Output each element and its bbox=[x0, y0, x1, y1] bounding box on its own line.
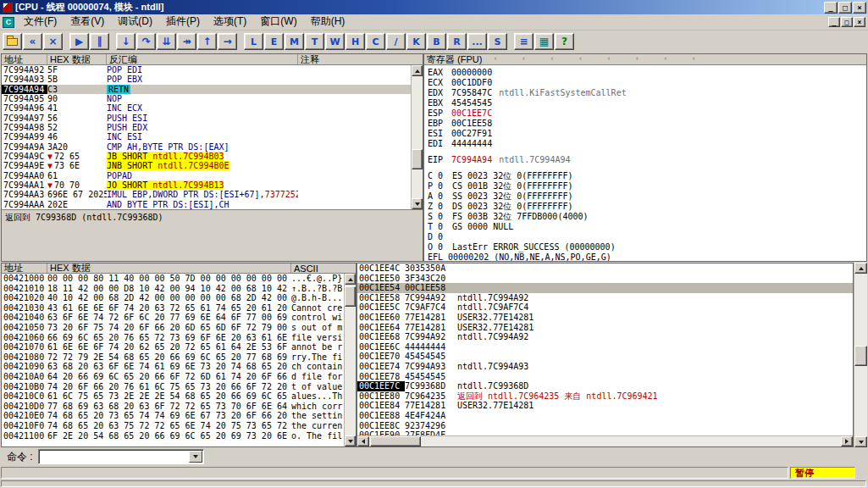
mdi-minimize-button[interactable]: _ bbox=[828, 17, 840, 27]
scroll-thumb[interactable] bbox=[412, 149, 423, 169]
stack-row[interactable]: 00C1EE7845454545 bbox=[357, 372, 853, 382]
flag-row[interactable]: T0GS 0000 NULL bbox=[428, 222, 866, 232]
close-process-button[interactable]: × bbox=[43, 33, 63, 50]
view-threads-button[interactable]: T bbox=[305, 33, 324, 50]
maximize-button[interactable]: □ bbox=[838, 2, 852, 14]
scroll-right-icon[interactable] bbox=[841, 436, 853, 446]
register-row[interactable]: ESI00C27F91 bbox=[428, 129, 866, 139]
step-into-button[interactable]: ↓ bbox=[116, 33, 135, 50]
dump-row[interactable]: 004210D077 68 69 63 68 20 63 6F 72 72 65… bbox=[2, 402, 344, 412]
open-file-button[interactable] bbox=[3, 33, 22, 50]
register-row[interactable]: EAX00000000 bbox=[428, 68, 866, 78]
execute-till-return-button[interactable]: ↑ bbox=[197, 33, 217, 50]
flag-row[interactable]: S0FS 003B 32位 7FFDB000(4000) bbox=[428, 212, 866, 222]
stack-row[interactable]: 00C1EE6477E14281USER32.77E14281 bbox=[357, 323, 853, 333]
stack-row[interactable]: 00C1EE6C44444444 bbox=[357, 342, 853, 352]
menu-item-view[interactable]: 查看(V) bbox=[64, 13, 111, 31]
dump-row[interactable]: 0042106066 69 6C 65 20 76 65 72 73 69 6F… bbox=[2, 333, 344, 343]
view-run-trace-button[interactable]: ... bbox=[467, 33, 487, 50]
dump-scrollbar[interactable] bbox=[344, 274, 356, 446]
menu-item-debug[interactable]: 调试(D) bbox=[111, 13, 159, 31]
register-row[interactable]: EBX45454545 bbox=[428, 98, 866, 108]
scroll-up-icon[interactable] bbox=[345, 274, 356, 285]
run-button[interactable]: ▶ bbox=[69, 33, 89, 50]
stack-row[interactable]: 00C1EE503F343C20 bbox=[357, 274, 853, 284]
view-source-button[interactable]: S bbox=[488, 33, 507, 50]
dump-row[interactable]: 004210C061 6C 75 65 73 2E 2E 2E 54 68 65… bbox=[2, 391, 344, 402]
view-call-stack-button[interactable]: K bbox=[406, 33, 426, 50]
menu-item-window[interactable]: 窗口(W) bbox=[253, 13, 303, 31]
flag-row[interactable]: Z0DS 0023 32位 0(FFFFFFFF) bbox=[428, 202, 866, 212]
dump-row[interactable]: 0042103043 61 6E 6E 6F 74 20 63 72 65 61… bbox=[2, 303, 344, 313]
command-input[interactable] bbox=[41, 452, 187, 462]
close-button[interactable]: × bbox=[853, 2, 866, 14]
scroll-down-icon[interactable] bbox=[854, 436, 867, 447]
dump-row[interactable]: 0042108072 72 79 2E 54 68 65 20 66 69 6C… bbox=[2, 352, 344, 363]
disasm-row[interactable]: 7C994A94C3RETN bbox=[2, 85, 411, 94]
dump-row[interactable]: 004210F074 68 65 20 63 75 72 72 65 6E 74… bbox=[2, 421, 344, 431]
disasm-row[interactable]: 7C994AAA202EAND BYTE PTR DS:[ESI],CH bbox=[2, 200, 411, 209]
disasm-row[interactable]: 7C994AA3696E 67 20257773IMUL EBP,DWORD P… bbox=[2, 190, 411, 199]
stack-row[interactable]: 00C1EE5400C1EE58 bbox=[357, 283, 853, 293]
stack-row[interactable]: 00C1EE7C7C99368Dntdll.7C99368D bbox=[357, 381, 853, 391]
view-executables-button[interactable]: E bbox=[264, 33, 284, 50]
disasm-row[interactable]: 7C994AA061POPAD bbox=[2, 171, 411, 180]
animate-into-button[interactable]: ⇊ bbox=[157, 33, 176, 50]
mdi-restore-button[interactable]: □ bbox=[841, 17, 853, 27]
dump-row[interactable]: 0042101018 11 42 00 00 D8 10 42 00 94 10… bbox=[2, 284, 344, 294]
disasm-row[interactable]: 7C994A9E▼73 6EJNB SHORT ntdll.7C994B0E bbox=[2, 161, 411, 170]
dump-row[interactable]: 0042105073 20 6F 75 74 20 6F 66 20 6D 65… bbox=[2, 323, 344, 333]
view-windows-button[interactable]: W bbox=[325, 33, 345, 50]
disasm-row[interactable]: 7C994A9756PUSH ESI bbox=[2, 114, 411, 123]
view-breakpoints-button[interactable]: B bbox=[427, 33, 446, 50]
register-row[interactable]: EDX7C95847Cntdll.KiFastSystemCallRet bbox=[428, 88, 866, 98]
scroll-thumb[interactable] bbox=[854, 346, 867, 366]
disasm-row[interactable]: 7C994A9852PUSH EDX bbox=[2, 123, 411, 132]
dump-row[interactable]: 0042100000 00 00 80 11 40 00 00 50 7D 00… bbox=[2, 274, 344, 284]
stack-row[interactable]: 00C1EE7045454545 bbox=[357, 352, 853, 362]
flag-row[interactable]: D0 bbox=[428, 232, 866, 242]
view-cpu-button[interactable]: C bbox=[366, 33, 385, 50]
stack-row[interactable]: 00C1EE8477E14281USER32.77E14281 bbox=[357, 401, 853, 411]
dump-row[interactable]: 0042109063 68 20 63 6F 6E 74 61 69 6E 73… bbox=[2, 362, 344, 372]
dump-row[interactable]: 004210E074 68 65 20 73 65 74 74 69 6E 67… bbox=[2, 411, 344, 421]
register-row[interactable]: EDI44444444 bbox=[428, 139, 866, 149]
menu-item-help[interactable]: 帮助(H) bbox=[304, 13, 352, 31]
disasm-row[interactable]: 7C994A925FPOP EDI bbox=[2, 65, 411, 75]
pause-button[interactable]: ‖ bbox=[90, 33, 109, 50]
flag-row[interactable]: P0CS 001B 32位 0(FFFFFFFF) bbox=[428, 181, 866, 191]
go-to-button[interactable]: → bbox=[218, 33, 237, 50]
disassembly-scrollbar[interactable] bbox=[411, 65, 423, 209]
disasm-row[interactable]: 7C994A9A3A20CMP AH,BYTE PTR DS:[EAX] bbox=[2, 142, 411, 152]
dump-row[interactable]: 0042102040 10 42 00 68 2D 42 00 00 00 00… bbox=[2, 293, 344, 303]
dump-row[interactable]: 0042107061 6E 6E 6F 74 20 62 65 20 72 65… bbox=[2, 342, 344, 352]
view-references-button[interactable]: R bbox=[447, 33, 467, 50]
disasm-row[interactable]: 7C994AA1▼70 70JO SHORT ntdll.7C994B13 bbox=[2, 180, 411, 190]
stack-row[interactable]: 00C1EE884E4F424A bbox=[357, 411, 853, 421]
menu-item-plugins[interactable]: 插件(P) bbox=[159, 13, 207, 31]
view-handles-button[interactable]: H bbox=[346, 33, 365, 50]
dump-row[interactable]: 004211006F 2E 20 54 68 65 20 66 69 6C 65… bbox=[2, 431, 344, 441]
disasm-row[interactable]: 7C994A9641INC ECX bbox=[2, 103, 411, 113]
stack-row[interactable]: 00C1EE747C994A93ntdll.7C994A93 bbox=[357, 362, 853, 372]
minimize-button[interactable]: _ bbox=[824, 2, 838, 14]
help-contents-button[interactable]: ? bbox=[555, 33, 574, 50]
stack-horizontal-scrollbar[interactable] bbox=[357, 435, 853, 446]
stack-row[interactable]: 00C1EE587C994A92ntdll.7C994A92 bbox=[357, 293, 853, 303]
register-row[interactable]: ESP00C1EE7C bbox=[428, 108, 866, 119]
flag-row[interactable]: O0LastErr ERROR_SUCCESS (00000000) bbox=[428, 242, 866, 252]
cpu-window-icon[interactable]: C bbox=[3, 17, 14, 28]
view-memory-button[interactable]: M bbox=[285, 33, 304, 50]
flag-row[interactable]: C0ES 0023 32位 0(FFFFFFFF) bbox=[428, 171, 866, 181]
scroll-down-icon[interactable] bbox=[345, 435, 356, 446]
view-log-button[interactable]: L bbox=[244, 33, 263, 50]
scroll-thumb[interactable] bbox=[370, 436, 421, 446]
view-patches-button[interactable]: / bbox=[386, 33, 406, 50]
menu-item-file[interactable]: 文件(F) bbox=[17, 13, 64, 31]
stack-row[interactable]: 00C1EE6077E14281USER32.77E14281 bbox=[357, 313, 853, 323]
stack-row[interactable]: 00C1EE8C92374296 bbox=[357, 421, 853, 431]
scroll-up-icon[interactable] bbox=[854, 263, 867, 274]
disasm-row[interactable]: 7C994A9590NOP bbox=[2, 94, 411, 103]
step-over-button[interactable]: ↷ bbox=[136, 33, 156, 50]
dropdown-arrow-icon[interactable] bbox=[189, 451, 202, 463]
